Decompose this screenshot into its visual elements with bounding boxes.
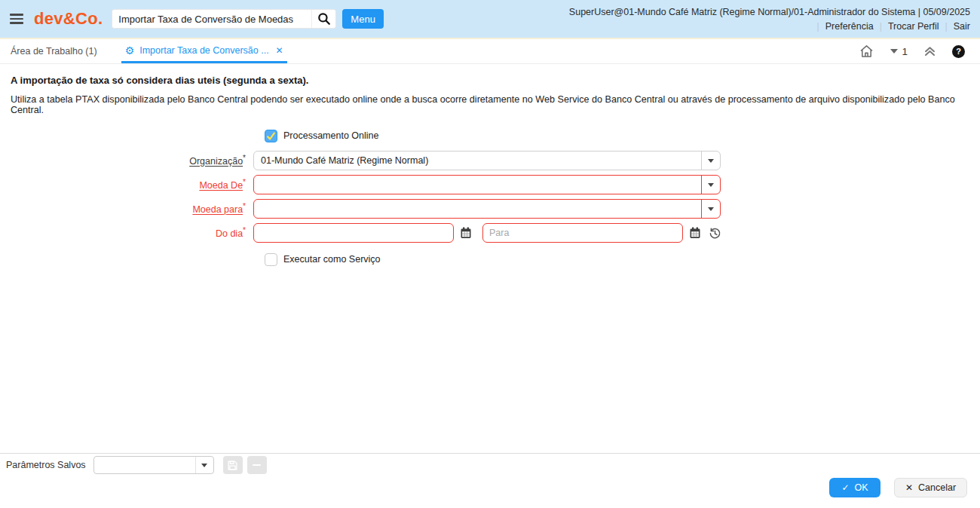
gear-icon: ⚙ <box>125 45 135 56</box>
moeda-para-label: Moeda para* <box>0 202 253 215</box>
moeda-de-label: Moeda De* <box>0 178 253 191</box>
date-from-input[interactable] <box>253 223 454 243</box>
process-heading: A importação de taxa só considera dias u… <box>11 75 308 86</box>
date-history-button[interactable] <box>709 227 721 240</box>
save-icon <box>228 461 237 470</box>
organizacao-label: Organização* <box>0 154 253 167</box>
chevron-down-icon <box>708 183 714 187</box>
tab-bar: Área de Trabalho (1) ⚙ Importar Taxa de … <box>0 39 980 64</box>
row-organizacao: Organização* 01-Mundo Café Matriz (Regim… <box>0 151 746 170</box>
home-icon[interactable] <box>859 44 874 58</box>
row-do-dia: Do dia* <box>0 223 746 243</box>
ok-label: OK <box>855 482 868 493</box>
footer-divider <box>0 453 980 454</box>
save-parameters-button[interactable] <box>223 456 243 474</box>
required-mark: * <box>243 226 246 234</box>
minus-icon <box>253 464 261 467</box>
moeda-para-select[interactable] <box>253 199 721 219</box>
chevron-down-icon <box>708 159 714 163</box>
row-moeda-de: Moeda De* <box>0 175 746 194</box>
search-icon <box>317 12 331 26</box>
chevron-down-icon <box>708 207 714 211</box>
required-mark: * <box>243 154 246 162</box>
chevron-down-icon <box>890 49 898 54</box>
moeda-de-select[interactable] <box>253 175 721 194</box>
window-count: 1 <box>902 46 908 57</box>
global-search <box>112 9 336 29</box>
required-mark: * <box>243 202 246 210</box>
collapse-all-icon[interactable] <box>924 46 936 57</box>
processamento-online-label: Processamento Online <box>283 130 378 141</box>
app-logo: dev&Co. <box>34 9 103 29</box>
process-description: Utiliza a tabela PTAX disponibilizada pe… <box>11 94 968 115</box>
link-separator: | <box>945 21 948 32</box>
dropdown-arrow[interactable] <box>701 176 720 194</box>
tab-label: Importar Taxa de Conversão ... <box>139 45 268 56</box>
top-bar: dev&Co. Menu SuperUser@01-Mundo Café Mat… <box>0 0 980 39</box>
tab-bar-actions: 1 ? <box>859 39 980 63</box>
cancel-label: Cancelar <box>918 482 956 493</box>
change-role-link[interactable]: Trocar Perfil <box>888 21 939 32</box>
close-icon[interactable]: ✕ <box>276 45 283 56</box>
chevron-down-icon <box>201 464 207 467</box>
history-icon <box>709 227 721 240</box>
executar-como-servico-label: Executar como Serviço <box>283 254 381 265</box>
row-moeda-para: Moeda para* <box>0 199 746 219</box>
ok-button[interactable]: ✓ OK <box>829 478 880 497</box>
process-parameter-form: Processamento Online Organização* 01-Mun… <box>0 127 746 274</box>
processamento-online-checkbox[interactable] <box>265 130 277 142</box>
date-from-calendar-button[interactable] <box>460 227 472 239</box>
x-icon: ✕ <box>905 482 913 493</box>
search-input[interactable] <box>112 10 311 28</box>
session-links: | Preferência | Trocar Perfil | Sair <box>810 21 970 32</box>
date-to-input[interactable] <box>482 223 683 243</box>
preference-link[interactable]: Preferência <box>825 21 874 32</box>
tab-import-conversion-rate[interactable]: ⚙ Importar Taxa de Conversão ... ✕ <box>121 39 287 63</box>
organizacao-select[interactable]: 01-Mundo Café Matriz (Regime Normal) <box>253 151 721 170</box>
do-dia-label: Do dia* <box>0 226 253 239</box>
logout-link[interactable]: Sair <box>954 21 970 32</box>
row-processamento-online: Processamento Online <box>0 127 746 145</box>
calendar-icon <box>460 227 472 239</box>
saved-parameters-bar: Parâmetros Salvos <box>6 456 267 474</box>
cancel-button[interactable]: ✕ Cancelar <box>894 478 967 497</box>
executar-como-servico-checkbox[interactable] <box>265 253 277 266</box>
hamburger-menu-icon[interactable] <box>10 14 23 24</box>
required-mark: * <box>243 178 246 186</box>
link-separator: | <box>880 21 882 32</box>
saved-parameters-label: Parâmetros Salvos <box>6 460 86 470</box>
check-icon: ✓ <box>841 482 849 493</box>
dialog-actions: ✓ OK ✕ Cancelar <box>829 478 967 497</box>
dropdown-arrow[interactable] <box>701 200 720 218</box>
help-icon[interactable]: ? <box>952 45 965 58</box>
window-count-dropdown[interactable]: 1 <box>890 46 908 57</box>
row-executar-como-servico: Executar como Serviço <box>0 250 746 268</box>
session-info: SuperUser@01-Mundo Café Matriz (Regime N… <box>569 7 970 32</box>
search-button[interactable] <box>311 10 335 28</box>
check-icon <box>266 131 276 141</box>
date-to-calendar-button[interactable] <box>689 227 701 239</box>
dropdown-arrow[interactable] <box>195 457 213 473</box>
organizacao-value: 01-Mundo Café Matriz (Regime Normal) <box>254 155 701 166</box>
saved-parameters-select[interactable] <box>93 456 214 474</box>
dropdown-arrow[interactable] <box>701 151 720 170</box>
calendar-icon <box>689 227 701 239</box>
user-session-text: SuperUser@01-Mundo Café Matriz (Regime N… <box>569 7 970 17</box>
app-window: dev&Co. Menu SuperUser@01-Mundo Café Mat… <box>0 0 980 508</box>
menu-button[interactable]: Menu <box>342 9 384 29</box>
tab-workspace[interactable]: Área de Trabalho (1) <box>11 39 97 63</box>
delete-parameters-button[interactable] <box>247 456 267 474</box>
link-separator: | <box>816 21 819 32</box>
